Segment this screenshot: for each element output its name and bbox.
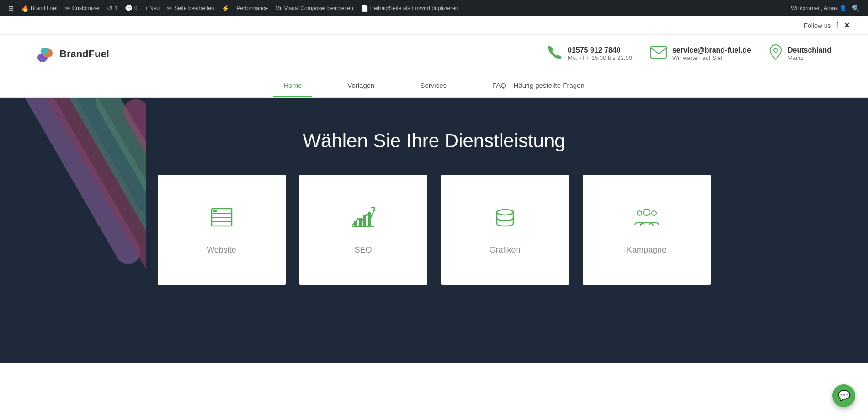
phone-number: 01575 912 7840 bbox=[568, 46, 632, 54]
admin-new-label: + Neu bbox=[145, 5, 160, 11]
website-label: Website bbox=[207, 245, 236, 255]
location-city: Mainz bbox=[788, 54, 831, 61]
logo-text: BrandFuel bbox=[59, 48, 109, 60]
duplicate-icon: 📄 bbox=[361, 5, 368, 12]
location-country: Deutschland bbox=[788, 46, 831, 54]
kampagne-card[interactable]: Kampagne bbox=[583, 175, 711, 285]
admin-edit-label: Seite bearbeiten bbox=[174, 5, 214, 11]
edit-icon: ✏ bbox=[65, 5, 70, 12]
wp-icon: ⊞ bbox=[8, 5, 14, 12]
svg-rect-12 bbox=[354, 221, 357, 227]
admin-bar-right: Willkommen, Arnas 👤 🔍 bbox=[791, 5, 863, 12]
site-nav: Home Vorlagen Services FAQ – Häufig gest… bbox=[0, 73, 868, 98]
svg-point-16 bbox=[497, 210, 513, 215]
admin-duplicate-label: Beitrag/Seite als Entwurf duplizieren bbox=[370, 5, 458, 11]
admin-visual-composer[interactable]: Mit Visual Composer bearbeiten bbox=[272, 0, 357, 16]
svg-rect-10 bbox=[213, 210, 217, 212]
follow-us-label: Follow us bbox=[804, 22, 831, 29]
kampagne-icon bbox=[634, 205, 660, 234]
admin-updates-count: 1 bbox=[114, 5, 117, 11]
phone-text: 01575 912 7840 Mo. - Fr. 15.30 bis 22.00 bbox=[568, 46, 632, 61]
xing-icon[interactable]: ✕ bbox=[844, 21, 850, 30]
svg-point-4 bbox=[774, 48, 777, 52]
pencil-icon: ✏ bbox=[167, 5, 172, 12]
grafiken-icon bbox=[492, 205, 518, 234]
location-text: Deutschland Mainz bbox=[788, 46, 831, 61]
email-address: service@brand-fuel.de bbox=[672, 46, 751, 54]
nav-home[interactable]: Home bbox=[261, 73, 325, 97]
chat-icon: 💬 bbox=[838, 390, 850, 402]
chat-bubble[interactable]: 💬 bbox=[832, 384, 855, 407]
admin-comments-count: 0 bbox=[134, 5, 138, 11]
admin-customizer[interactable]: ✏ Customizer bbox=[61, 0, 104, 16]
service-cards: Website SEO bbox=[0, 175, 868, 312]
admin-performance-label: Performance bbox=[237, 5, 268, 11]
yoast-icon: ⚡ bbox=[222, 5, 229, 12]
logo-area[interactable]: BrandFuel bbox=[37, 45, 109, 63]
admin-user-icon: 👤 bbox=[840, 5, 847, 11]
admin-brand-label: Brand Fuel bbox=[31, 5, 58, 11]
admin-bar: ⊞ 🔥 Brand Fuel ✏ Customizer ↺ 1 💬 0 + Ne… bbox=[0, 0, 868, 16]
hero-section: Wählen Sie Ihre Dienstleistung Website bbox=[0, 98, 868, 363]
email-contact: service@brand-fuel.de Wir warten auf Sie… bbox=[650, 46, 751, 62]
admin-edit-page[interactable]: ✏ Seite bearbeiten bbox=[163, 0, 218, 16]
phone-icon bbox=[548, 45, 562, 63]
site-header: BrandFuel 01575 912 7840 Mo. - Fr. 15.30… bbox=[0, 35, 868, 73]
nav-services[interactable]: Services bbox=[397, 73, 469, 97]
logo-svg bbox=[37, 45, 55, 63]
admin-brand-fuel[interactable]: 🔥 Brand Fuel bbox=[17, 0, 61, 16]
phone-contact: 01575 912 7840 Mo. - Fr. 15.30 bis 22.00 bbox=[548, 45, 632, 63]
grafiken-label: Grafiken bbox=[489, 245, 520, 255]
refresh-icon: ↺ bbox=[107, 5, 112, 12]
kampagne-label: Kampagne bbox=[627, 245, 666, 255]
email-icon bbox=[650, 46, 667, 62]
svg-rect-14 bbox=[363, 215, 366, 227]
svg-point-18 bbox=[637, 211, 642, 215]
grafiken-card[interactable]: Grafiken bbox=[441, 175, 569, 285]
admin-wp-icon[interactable]: ⊞ bbox=[5, 0, 17, 16]
admin-duplicate[interactable]: 📄 Beitrag/Seite als Entwurf duplizieren bbox=[357, 0, 462, 16]
admin-comments[interactable]: 💬 0 bbox=[121, 0, 141, 16]
flame-icon: 🔥 bbox=[21, 5, 29, 12]
website-card[interactable]: Website bbox=[158, 175, 286, 285]
svg-rect-13 bbox=[359, 218, 362, 227]
svg-point-19 bbox=[652, 211, 656, 215]
location-contact: Deutschland Mainz bbox=[769, 44, 831, 64]
seo-icon bbox=[351, 205, 376, 234]
location-icon bbox=[769, 44, 782, 64]
admin-customizer-label: Customizer bbox=[72, 5, 100, 11]
seo-label: SEO bbox=[354, 245, 372, 255]
nav-vorlagen[interactable]: Vorlagen bbox=[325, 73, 397, 97]
email-sub: Wir warten auf Sie! bbox=[672, 54, 751, 61]
admin-search-icon[interactable]: 🔍 bbox=[848, 5, 863, 12]
admin-new[interactable]: + Neu bbox=[141, 0, 163, 16]
admin-welcome-text: Willkommen, Arnas bbox=[791, 5, 838, 11]
follow-bar: Follow us f ✕ bbox=[0, 16, 868, 35]
hero-title: Wählen Sie Ihre Dienstleistung bbox=[0, 98, 868, 175]
comment-icon: 💬 bbox=[125, 5, 133, 12]
svg-rect-3 bbox=[651, 46, 666, 58]
admin-performance[interactable]: Performance bbox=[233, 0, 272, 16]
email-text: service@brand-fuel.de Wir warten auf Sie… bbox=[672, 46, 751, 61]
nav-faq[interactable]: FAQ – Häufig gestellte Fragen bbox=[469, 73, 607, 97]
phone-hours: Mo. - Fr. 15.30 bis 22.00 bbox=[568, 54, 632, 61]
facebook-icon[interactable]: f bbox=[836, 22, 838, 30]
admin-vc-label: Mit Visual Composer bearbeiten bbox=[275, 5, 353, 11]
contact-area: 01575 912 7840 Mo. - Fr. 15.30 bis 22.00… bbox=[548, 44, 831, 64]
admin-yoast[interactable]: ⚡ bbox=[218, 0, 233, 16]
seo-card[interactable]: SEO bbox=[299, 175, 427, 285]
svg-point-17 bbox=[644, 209, 650, 215]
admin-updates[interactable]: ↺ 1 bbox=[103, 0, 121, 16]
website-icon bbox=[209, 205, 234, 234]
svg-point-2 bbox=[41, 48, 49, 55]
svg-rect-15 bbox=[368, 212, 371, 227]
